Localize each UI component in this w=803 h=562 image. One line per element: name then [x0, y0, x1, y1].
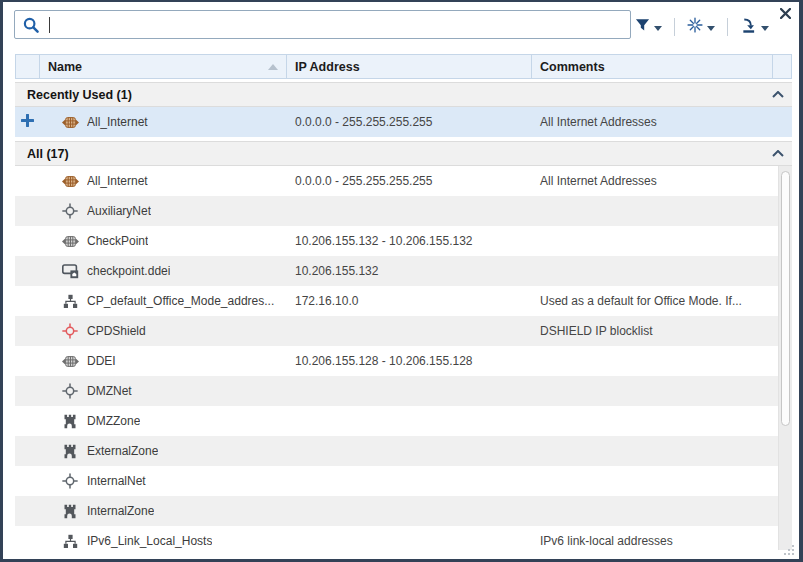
object-ip: 0.0.0.0 - 255.255.255.255	[286, 115, 531, 129]
object-name: ExternalZone	[87, 444, 158, 458]
column-header-comments-label: Comments	[540, 60, 605, 74]
toolbar	[633, 16, 771, 37]
object-ip: 10.206.155.132	[286, 264, 531, 278]
column-header-add	[16, 55, 40, 78]
search-icon	[22, 16, 40, 34]
object-name: InternalZone	[87, 504, 154, 518]
object-name: All_Internet	[87, 115, 148, 129]
table-row[interactable]: All_Internet 0.0.0.0 - 255.255.255.255 A…	[15, 107, 792, 137]
object-list: All_Internet 0.0.0.0 - 255.255.255.255 A…	[15, 166, 792, 550]
table-row[interactable]: DDEI 10.206.155.128 - 10.206.155.128	[15, 346, 792, 376]
collapse-chevron-icon[interactable]	[772, 150, 784, 157]
object-comment: All Internet Addresses	[531, 174, 772, 188]
address-range-gray-icon	[61, 235, 79, 248]
object-comment: Used as a default for Office Mode. If...	[531, 294, 772, 308]
network-red-icon	[61, 323, 79, 339]
object-name: CP_default_Office_Mode_addres...	[87, 294, 274, 308]
chevron-down-icon	[654, 19, 662, 34]
recently-used-rows: All_Internet 0.0.0.0 - 255.255.255.255 A…	[15, 107, 792, 137]
add-object-plus-icon[interactable]	[21, 114, 34, 130]
chevron-down-icon	[707, 19, 715, 34]
column-header-ip-label: IP Address	[295, 60, 360, 74]
table-row[interactable]: InternalZone	[15, 496, 792, 526]
table-row[interactable]: checkpoint.ddei 10.206.155.132	[15, 256, 792, 286]
search-input[interactable]	[50, 11, 630, 38]
object-ip: 0.0.0.0 - 255.255.255.255	[286, 174, 531, 188]
objects-table: Name IP Address Comments Recently Used (…	[15, 54, 792, 550]
resize-grip[interactable]	[783, 544, 794, 555]
network-icon	[61, 383, 79, 399]
group-header-all[interactable]: All (17)	[15, 141, 792, 166]
import-button[interactable]	[738, 17, 771, 37]
zone-icon	[61, 414, 79, 429]
column-header-comments[interactable]: Comments	[532, 55, 773, 78]
search-box[interactable]	[14, 10, 631, 39]
network-icon	[61, 473, 79, 489]
table-row[interactable]: DMZZone	[15, 406, 792, 436]
object-ip: 10.206.155.128 - 10.206.155.128	[286, 354, 531, 368]
gateway-icon	[61, 264, 79, 279]
object-name: DMZNet	[87, 384, 132, 398]
object-name: checkpoint.ddei	[87, 264, 170, 278]
table-row[interactable]: AuxiliaryNet	[15, 196, 792, 226]
table-row[interactable]: CPDShield DSHIELD IP blocklist	[15, 316, 792, 346]
filter-button[interactable]	[633, 17, 664, 37]
toolbar-separator	[727, 18, 728, 36]
object-name: IPv6_Link_Local_Hosts	[87, 534, 212, 548]
address-range-gray-icon	[61, 355, 79, 368]
sort-ascending-icon	[268, 64, 278, 70]
zone-icon	[61, 444, 79, 459]
group-label: Recently Used (1)	[27, 88, 132, 102]
column-header-name[interactable]: Name	[40, 55, 287, 78]
column-header-name-label: Name	[48, 60, 82, 74]
address-range-orange-icon	[61, 116, 79, 129]
group-icon	[61, 534, 79, 549]
column-header-row: Name IP Address Comments	[15, 54, 792, 79]
scrollbar-thumb[interactable]	[781, 171, 790, 426]
new-object-star-icon	[687, 17, 703, 36]
all-rows: All_Internet 0.0.0.0 - 255.255.255.255 A…	[15, 166, 792, 550]
table-row[interactable]: IPv6_Link_Local_Hosts IPv6 link-local ad…	[15, 526, 792, 550]
object-name: DDEI	[87, 354, 116, 368]
object-name: All_Internet	[87, 174, 148, 188]
column-header-spacer	[773, 55, 791, 78]
object-comment: IPv6 link-local addresses	[531, 534, 772, 548]
object-comment: DSHIELD IP blocklist	[531, 324, 772, 338]
group-label: All (17)	[27, 147, 69, 161]
address-range-orange-icon	[61, 175, 79, 188]
table-row[interactable]: All_Internet 0.0.0.0 - 255.255.255.255 A…	[15, 166, 792, 196]
object-picker-dialog: Name IP Address Comments Recently Used (…	[0, 0, 803, 562]
table-row[interactable]: CP_default_Office_Mode_addres... 172.16.…	[15, 286, 792, 316]
filter-icon	[635, 18, 650, 36]
zone-icon	[61, 504, 79, 519]
import-export-icon	[740, 18, 757, 36]
chevron-down-icon	[761, 19, 769, 34]
table-row[interactable]: InternalNet	[15, 466, 792, 496]
object-name: CheckPoint	[87, 234, 148, 248]
toolbar-separator	[674, 18, 675, 36]
object-comment: All Internet Addresses	[531, 115, 772, 129]
table-row[interactable]: DMZNet	[15, 376, 792, 406]
new-object-button[interactable]	[685, 16, 717, 37]
table-row[interactable]: CheckPoint 10.206.155.132 - 10.206.155.1…	[15, 226, 792, 256]
collapse-chevron-icon[interactable]	[772, 91, 784, 98]
close-icon	[780, 7, 791, 22]
object-ip: 172.16.10.0	[286, 294, 531, 308]
object-name: InternalNet	[87, 474, 146, 488]
object-ip: 10.206.155.132 - 10.206.155.132	[286, 234, 531, 248]
column-header-ip[interactable]: IP Address	[287, 55, 532, 78]
close-button[interactable]	[780, 7, 791, 22]
network-icon	[61, 203, 79, 219]
object-name: CPDShield	[87, 324, 146, 338]
table-row[interactable]: ExternalZone	[15, 436, 792, 466]
group-header-recently-used[interactable]: Recently Used (1)	[15, 82, 792, 107]
vertical-scrollbar[interactable]	[778, 166, 792, 550]
object-name: AuxiliaryNet	[87, 204, 151, 218]
object-name: DMZZone	[87, 414, 140, 428]
group-icon	[61, 294, 79, 309]
